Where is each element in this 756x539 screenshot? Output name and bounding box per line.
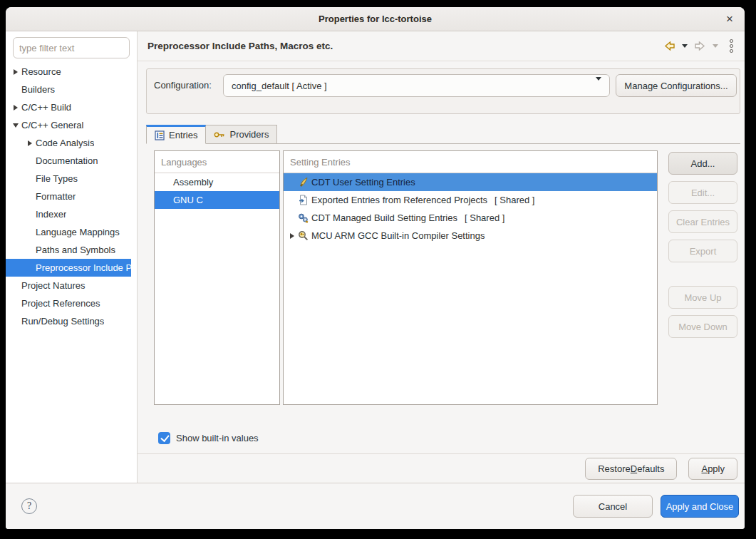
languages-list: Languages Assembly GNU C	[154, 150, 280, 405]
dialog-footer: ? Cancel Apply and Close	[6, 483, 745, 529]
tree-item-cpp-general[interactable]: C/C++ General	[6, 116, 131, 134]
forward-history-caret-icon[interactable]	[713, 44, 718, 48]
tree-item-project-references[interactable]: Project References	[6, 294, 131, 312]
entry-label: MCU ARM GCC Built-in Compiler Settings	[311, 230, 485, 241]
tree-item-preprocessor-include-selected[interactable]: Preprocessor Include Paths, Macros etc.	[6, 259, 131, 277]
tree-item-label: Formatter	[36, 191, 76, 202]
tree-item-label: Preprocessor Include Paths, Macros etc.	[36, 262, 131, 273]
tree-item-builders[interactable]: Builders	[6, 81, 131, 98]
expander-collapsed-icon[interactable]	[287, 233, 297, 239]
expander-collapsed-icon[interactable]	[10, 105, 21, 111]
entry-actions: Add... Edit... Clear Entries Export Move…	[668, 150, 737, 343]
language-label: GNU C	[173, 195, 203, 205]
expander-expanded-icon[interactable]	[10, 123, 21, 128]
tree-item-label: Documentation	[36, 155, 98, 166]
button-mnemonic: A	[701, 463, 708, 474]
back-history-caret-icon[interactable]	[682, 44, 688, 48]
configuration-panel: Configuration: config_default [ Active ]…	[146, 68, 740, 114]
title-bar[interactable]: Properties for lcc-tortoise ×	[6, 7, 745, 31]
back-arrow-icon[interactable]	[663, 41, 675, 51]
apply-button[interactable]: Apply	[688, 458, 737, 480]
languages-list-header: Languages	[155, 151, 279, 173]
window-title: Properties for lcc-tortoise	[319, 14, 432, 24]
add-button[interactable]: Add...	[668, 152, 737, 175]
edit-button[interactable]: Edit...	[668, 181, 737, 204]
tab-label: Entries	[169, 130, 197, 140]
entry-row-cdt-user-selected[interactable]: CDT User Setting Entries	[284, 173, 657, 191]
manage-configurations-button[interactable]: Manage Configurations...	[616, 74, 737, 97]
tree-item-label: File Types	[36, 173, 78, 184]
tab-entries[interactable]: Entries	[146, 125, 206, 144]
button-text: pply	[708, 463, 725, 474]
move-down-button[interactable]: Move Down	[668, 315, 737, 338]
entry-label: CDT User Setting Entries	[311, 177, 415, 188]
configuration-select[interactable]: config_default [ Active ]	[223, 74, 610, 97]
chevron-down-icon	[596, 81, 601, 91]
export-button[interactable]: Export	[668, 240, 737, 262]
tree-item-cpp-build[interactable]: C/C++ Build	[6, 98, 131, 116]
tree-item-paths-and-symbols[interactable]: Paths and Symbols	[6, 241, 131, 259]
tree-item-indexer[interactable]: Indexer	[6, 205, 131, 223]
view-menu-icon[interactable]	[728, 38, 735, 54]
show-builtin-row: Show built-in values	[158, 431, 745, 445]
tree-item-run-debug-settings[interactable]: Run/Debug Settings	[6, 312, 131, 330]
page-title: Preprocessor Include Paths, Macros etc.	[147, 41, 663, 51]
tree-item-documentation[interactable]: Documentation	[6, 152, 131, 170]
tree-item-label: Run/Debug Settings	[21, 316, 104, 327]
move-up-button[interactable]: Move Up	[668, 286, 737, 309]
sidebar: Resource Builders C/C++ Build C/C++ Gene…	[6, 31, 138, 483]
tree-item-label: C/C++ General	[21, 120, 83, 130]
restore-defaults-button[interactable]: Restore Defaults	[585, 458, 677, 480]
button-mnemonic: D	[631, 463, 637, 474]
language-row-gnu-c-selected[interactable]: GNU C	[155, 191, 279, 209]
filter-input[interactable]	[13, 37, 130, 58]
configuration-label: Configuration:	[154, 74, 223, 97]
show-builtin-label: Show built-in values	[176, 433, 259, 443]
quill-pen-icon	[297, 177, 309, 188]
close-icon[interactable]: ×	[722, 11, 737, 27]
tree-item-resource[interactable]: Resource	[6, 63, 131, 81]
main-panel: Preprocessor Include Paths, Macros etc. …	[138, 31, 745, 483]
setting-entries-list: Setting Entries CDT User Setting Entries	[283, 150, 658, 405]
tree-item-label: Indexer	[36, 209, 66, 220]
configuration-value: config_default [ Active ]	[232, 81, 327, 91]
properties-dialog: Properties for lcc-tortoise × Resource B…	[6, 7, 745, 529]
tree-item-formatter[interactable]: Formatter	[6, 188, 131, 205]
language-label: Assembly	[173, 177, 213, 188]
expander-collapsed-icon[interactable]	[24, 140, 36, 146]
help-icon[interactable]: ?	[21, 498, 37, 514]
defaults-bar: Restore Defaults Apply	[138, 454, 745, 483]
entry-suffix: [ Shared ]	[494, 195, 534, 205]
key-icon	[214, 130, 225, 139]
tree-item-language-mappings[interactable]: Language Mappings	[6, 223, 131, 241]
tree-item-label: Project References	[21, 298, 100, 309]
entry-row-cdt-managed-build[interactable]: CDT Managed Build Setting Entries [ Shar…	[284, 209, 657, 227]
expander-collapsed-icon[interactable]	[10, 69, 21, 75]
tree-item-label: Language Mappings	[36, 227, 120, 237]
entry-label: Exported Entries from Referenced Project…	[311, 195, 487, 205]
tab-strip: Entries Providers	[146, 125, 740, 144]
tree-item-file-types[interactable]: File Types	[6, 170, 131, 188]
page-header: Preprocessor Include Paths, Macros etc.	[138, 31, 745, 61]
entry-row-mcu-arm-gcc[interactable]: MCU ARM GCC Built-in Compiler Settings	[284, 227, 657, 245]
button-text: efaults	[637, 463, 664, 474]
tab-providers[interactable]: Providers	[206, 125, 277, 143]
tree-item-code-analysis[interactable]: Code Analysis	[6, 134, 131, 152]
magnifier-key-icon	[297, 230, 309, 242]
show-builtin-checkbox[interactable]	[158, 432, 170, 444]
tree-item-label: Builders	[21, 84, 55, 95]
entry-row-exported-entries[interactable]: Exported Entries from Referenced Project…	[284, 191, 657, 209]
clear-entries-button[interactable]: Clear Entries	[668, 210, 737, 233]
tab-label: Providers	[229, 129, 269, 140]
forward-arrow-icon[interactable]	[694, 41, 706, 51]
properties-tree: Resource Builders C/C++ Build C/C++ Gene…	[6, 63, 137, 330]
tree-item-label: Project Natures	[21, 280, 86, 291]
entry-suffix: [ Shared ]	[465, 212, 504, 223]
tree-item-label: Code Analysis	[36, 138, 94, 148]
cancel-button[interactable]: Cancel	[573, 495, 653, 518]
apply-and-close-button[interactable]: Apply and Close	[661, 495, 739, 518]
tree-item-project-natures[interactable]: Project Natures	[6, 277, 131, 294]
setting-entries-header: Setting Entries	[284, 151, 657, 173]
language-row-assembly[interactable]: Assembly	[155, 173, 279, 191]
button-text: Restore	[598, 463, 631, 474]
